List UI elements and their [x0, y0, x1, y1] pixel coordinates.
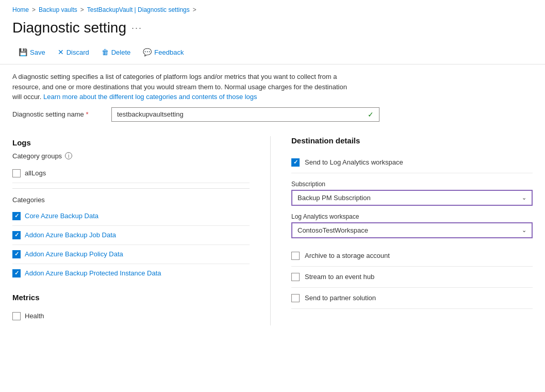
categories-label: Categories — [12, 196, 250, 204]
destination-details-title: Destination details — [291, 136, 533, 145]
more-options-button[interactable]: ··· — [131, 23, 142, 34]
addon-job-checkbox[interactable] — [12, 231, 21, 239]
breadcrumb-backup-vaults[interactable]: Backup vaults — [39, 6, 77, 13]
log-analytics-checkbox[interactable] — [291, 158, 300, 167]
delete-button[interactable]: 🗑 Delete — [95, 45, 137, 59]
core-azure-item: Core Azure Backup Data — [12, 207, 250, 226]
log-analytics-workspace-dropdown[interactable]: ContosoTestWorkspace ⌄ — [291, 222, 533, 238]
subscription-group: Subscription Backup PM Subscription ⌄ — [291, 181, 533, 206]
logs-section: Logs Category groups i allLogs Categorie… — [12, 138, 250, 283]
addon-protected-item: Addon Azure Backup Protected Instance Da… — [12, 264, 250, 283]
setting-name-input[interactable]: testbackupvaultsetting ✓ — [111, 107, 379, 122]
breadcrumb-home[interactable]: Home — [12, 6, 29, 13]
allLogs-label: allLogs — [25, 169, 46, 177]
category-groups-label: Category groups i — [12, 152, 250, 160]
save-icon: 💾 — [19, 48, 27, 56]
divider-1 — [12, 188, 250, 189]
subscription-dropdown[interactable]: Backup PM Subscription ⌄ — [291, 190, 533, 206]
send-partner-item: Send to partner solution — [291, 288, 533, 309]
addon-protected-checkbox[interactable] — [12, 269, 21, 277]
setting-name-row: Diagnostic setting name * testbackupvaul… — [0, 107, 545, 129]
addon-job-item: Addon Azure Backup Job Data — [12, 226, 250, 245]
page-container: Home > Backup vaults > TestBackupVault |… — [0, 0, 545, 325]
log-analytics-workspace-arrow: ⌄ — [522, 227, 526, 234]
core-azure-checkbox[interactable] — [12, 212, 21, 220]
metrics-section: Metrics Health — [12, 293, 250, 325]
breadcrumb-vault-diagnostics[interactable]: TestBackupVault | Diagnostic settings — [87, 6, 190, 13]
stream-event-hub-item: Stream to an event hub — [291, 267, 533, 288]
log-analytics-item: Send to Log Analytics workspace — [291, 152, 533, 173]
addon-protected-label: Addon Azure Backup Protected Instance Da… — [25, 269, 161, 277]
log-analytics-workspace-group: Log Analytics workspace ContosoTestWorks… — [291, 213, 533, 238]
send-partner-label: Send to partner solution — [305, 294, 376, 302]
allLogs-checkbox[interactable] — [12, 169, 21, 177]
subscription-value: Backup PM Subscription — [298, 194, 371, 202]
category-groups-info-icon[interactable]: i — [65, 152, 72, 159]
health-item: Health — [12, 307, 250, 325]
archive-storage-checkbox[interactable] — [291, 252, 300, 260]
checkmark-icon: ✓ — [368, 110, 374, 119]
log-analytics-workspace-label: Log Analytics workspace — [291, 213, 533, 220]
right-panel: Destination details Send to Log Analytic… — [270, 136, 533, 325]
archive-storage-item: Archive to a storage account — [291, 246, 533, 267]
health-checkbox[interactable] — [12, 312, 21, 320]
save-button[interactable]: 💾 Save — [12, 45, 52, 59]
metrics-section-title: Metrics — [12, 293, 250, 302]
stream-event-hub-label: Stream to an event hub — [305, 273, 374, 281]
discard-button[interactable]: ✕ Discard — [52, 45, 95, 59]
toolbar: 💾 Save ✕ Discard 🗑 Delete 💬 Feedback — [0, 42, 545, 64]
addon-policy-item: Addon Azure Backup Policy Data — [12, 245, 250, 264]
core-azure-label: Core Azure Backup Data — [25, 212, 98, 220]
send-partner-checkbox[interactable] — [291, 294, 300, 302]
setting-name-label: Diagnostic setting name * — [12, 110, 105, 118]
archive-storage-label: Archive to a storage account — [305, 252, 390, 259]
page-title: Diagnostic setting — [12, 20, 126, 36]
left-panel: Logs Category groups i allLogs Categorie… — [12, 136, 270, 325]
page-title-row: Diagnostic setting ··· — [0, 18, 545, 42]
discard-icon: ✕ — [58, 48, 64, 56]
addon-policy-label: Addon Azure Backup Policy Data — [25, 250, 123, 258]
log-analytics-workspace-value: ContosoTestWorkspace — [298, 226, 368, 234]
allLogs-item: allLogs — [12, 164, 250, 183]
delete-icon: 🗑 — [102, 48, 109, 56]
feedback-icon: 💬 — [143, 48, 152, 56]
content-area: Logs Category groups i allLogs Categorie… — [0, 129, 545, 325]
logs-section-title: Logs — [12, 138, 250, 147]
addon-job-label: Addon Azure Backup Job Data — [25, 231, 116, 239]
log-analytics-label: Send to Log Analytics workspace — [305, 158, 403, 166]
description-text: A diagnostic setting specifies a list of… — [0, 64, 361, 107]
health-label: Health — [25, 312, 44, 320]
addon-policy-checkbox[interactable] — [12, 250, 21, 258]
feedback-button[interactable]: 💬 Feedback — [137, 45, 190, 59]
stream-event-hub-checkbox[interactable] — [291, 273, 300, 281]
learn-more-link[interactable]: Learn more about the different log categ… — [43, 93, 257, 101]
subscription-dropdown-arrow: ⌄ — [522, 194, 526, 201]
subscription-label: Subscription — [291, 181, 533, 188]
breadcrumb: Home > Backup vaults > TestBackupVault |… — [0, 0, 545, 18]
